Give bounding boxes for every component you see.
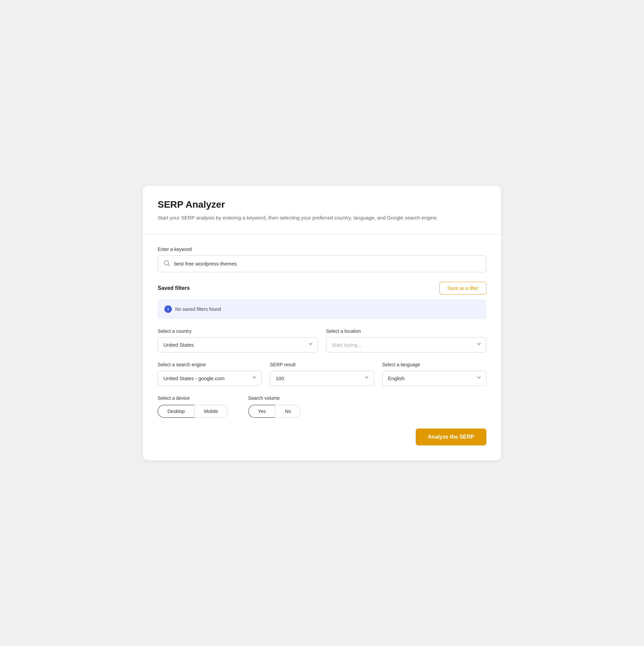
- volume-no-button[interactable]: No: [275, 405, 301, 418]
- engine-serp-language-row: Select a search engine United States - g…: [158, 362, 486, 386]
- device-volume-section: Select a device Desktop Mobile Search vo…: [158, 395, 486, 418]
- no-filters-text: No saved filters found: [175, 306, 221, 312]
- filters-section: Saved filters Save as a filter i No save…: [158, 282, 486, 319]
- search-engine-select-wrapper: United States - google.com United Kingdo…: [158, 371, 262, 386]
- filters-title: Saved filters: [158, 285, 190, 291]
- save-filter-button[interactable]: Save as a filter: [439, 282, 486, 295]
- info-icon: i: [164, 305, 172, 313]
- language-select-wrapper: English Spanish French German Portuguese: [382, 371, 486, 386]
- page-description: Start your SERP analysis by entering a k…: [158, 214, 448, 222]
- page-title: SERP Analyzer: [158, 199, 486, 210]
- country-select-wrapper: United States United Kingdom Canada Aust…: [158, 337, 318, 352]
- card-header: SERP Analyzer Start your SERP analysis b…: [143, 186, 501, 234]
- search-engine-label: Select a search engine: [158, 362, 262, 367]
- device-section: Select a device Desktop Mobile: [158, 395, 228, 418]
- volume-section: Search volume Yes No: [248, 395, 301, 418]
- device-label: Select a device: [158, 395, 228, 401]
- country-label: Select a country: [158, 328, 318, 334]
- device-toggle-group: Desktop Mobile: [158, 405, 228, 418]
- keyword-input-wrapper: [158, 255, 486, 272]
- location-select[interactable]: Start typing...: [326, 337, 486, 352]
- country-select[interactable]: United States United Kingdom Canada Aust…: [158, 337, 318, 352]
- no-filters-banner: i No saved filters found: [158, 299, 486, 319]
- search-engine-select[interactable]: United States - google.com United Kingdo…: [158, 371, 262, 386]
- volume-yes-button[interactable]: Yes: [248, 405, 275, 418]
- filters-header: Saved filters Save as a filter: [158, 282, 486, 295]
- analyze-btn-wrapper: Analyze the SERP: [158, 429, 486, 445]
- analyze-button[interactable]: Analyze the SERP: [416, 429, 486, 445]
- device-desktop-button[interactable]: Desktop: [158, 405, 194, 418]
- language-field-group: Select a language English Spanish French…: [382, 362, 486, 386]
- main-card: SERP Analyzer Start your SERP analysis b…: [143, 186, 501, 460]
- keyword-input[interactable]: [174, 261, 481, 267]
- search-icon: [163, 260, 170, 268]
- language-select[interactable]: English Spanish French German Portuguese: [382, 371, 486, 386]
- keyword-section: Enter a keyword: [158, 247, 486, 272]
- country-field-group: Select a country United States United Ki…: [158, 328, 318, 352]
- country-location-row: Select a country United States United Ki…: [158, 328, 486, 352]
- location-label: Select a location: [326, 328, 486, 334]
- serp-result-field-group: SERP result 10 20 50 100: [270, 362, 374, 386]
- device-mobile-button[interactable]: Mobile: [194, 405, 228, 418]
- serp-result-select[interactable]: 10 20 50 100: [270, 371, 374, 386]
- location-field-group: Select a location Start typing...: [326, 328, 486, 352]
- serp-result-select-wrapper: 10 20 50 100: [270, 371, 374, 386]
- location-select-wrapper: Start typing...: [326, 337, 486, 352]
- keyword-label: Enter a keyword: [158, 247, 486, 252]
- language-label: Select a language: [382, 362, 486, 367]
- volume-toggle-group: Yes No: [248, 405, 301, 418]
- card-body: Enter a keyword Saved filters Save as a …: [143, 234, 501, 460]
- volume-label: Search volume: [248, 395, 301, 401]
- serp-result-label: SERP result: [270, 362, 374, 367]
- svg-line-1: [168, 264, 169, 266]
- search-engine-field-group: Select a search engine United States - g…: [158, 362, 262, 386]
